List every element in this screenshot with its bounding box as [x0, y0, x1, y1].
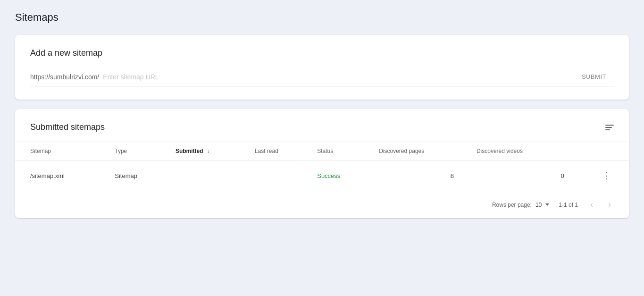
url-prefix: https://sumbulrizvi.com/ [30, 73, 99, 81]
col-type: Type [107, 142, 168, 161]
rows-per-page-select[interactable]: 10 [535, 202, 549, 208]
cell-discovered-pages: 8 [371, 161, 469, 191]
submitted-sitemaps-title: Submitted sitemaps [30, 122, 105, 132]
col-actions [568, 142, 629, 161]
table-row: /sitemap.xml Sitemap Success 8 0 ⋮ [15, 161, 629, 191]
col-submitted[interactable]: Submitted ↓ [168, 142, 247, 161]
sitemaps-table: Sitemap Type Submitted ↓ Last read Statu… [15, 142, 629, 191]
submit-button[interactable]: SUBMIT [574, 69, 614, 84]
rows-per-page-label: Rows per page: [492, 202, 532, 208]
col-last-read: Last read [247, 142, 309, 161]
cell-status: Success [309, 161, 371, 191]
cell-last-read [247, 161, 309, 191]
table-header-row: Sitemap Type Submitted ↓ Last read Statu… [15, 142, 629, 161]
cell-discovered-videos: 0 [469, 161, 568, 191]
rows-per-page: Rows per page: 10 [492, 202, 549, 208]
chevron-down-icon [545, 203, 549, 206]
add-sitemap-row: https://sumbulrizvi.com/ SUBMIT [30, 69, 614, 86]
submitted-sitemaps-card: Submitted sitemaps Sitemap Type Submitte… [15, 109, 629, 218]
col-status: Status [309, 142, 371, 161]
cell-type: Sitemap [107, 161, 168, 191]
col-discovered-videos: Discovered videos [469, 142, 568, 161]
cell-submitted [168, 161, 247, 191]
cell-sitemap: /sitemap.xml [15, 161, 107, 191]
more-actions-button[interactable]: ⋮ [599, 168, 614, 183]
cell-actions: ⋮ [568, 161, 629, 191]
prev-page-button[interactable]: ‹ [587, 198, 596, 211]
next-page-button[interactable]: › [605, 198, 614, 211]
col-sitemap: Sitemap [15, 142, 107, 161]
page-title: Sitemaps [15, 11, 629, 24]
sitemap-url-input[interactable] [99, 71, 574, 83]
submitted-sitemaps-header: Submitted sitemaps [15, 122, 629, 142]
add-sitemap-title: Add a new sitemap [30, 48, 614, 58]
add-sitemap-card: Add a new sitemap https://sumbulrizvi.co… [15, 35, 629, 100]
sort-arrow-icon: ↓ [207, 148, 209, 154]
rows-per-page-value: 10 [535, 202, 542, 208]
col-discovered-pages: Discovered pages [371, 142, 469, 161]
pagination-row: Rows per page: 10 1-1 of 1 ‹ › [15, 191, 629, 218]
filter-icon[interactable] [605, 125, 614, 130]
page-info: 1-1 of 1 [559, 202, 578, 208]
